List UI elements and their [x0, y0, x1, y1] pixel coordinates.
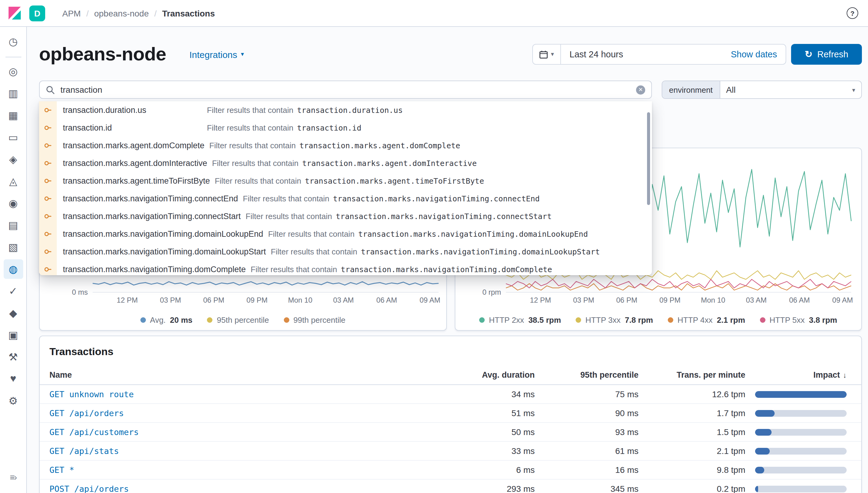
transaction-link[interactable]: GET /api/orders: [49, 408, 124, 418]
legend-item[interactable]: HTTP 5xx3.8 rpm: [760, 316, 837, 325]
x-axis-tick-label: 09 AM: [420, 296, 440, 304]
column-header-avg-duration[interactable]: Avg. duration: [448, 365, 539, 385]
sidebar-item-dev-tools[interactable]: ⚒: [3, 347, 23, 367]
discover-icon: ◎: [8, 65, 18, 78]
suggestion-field-code: transaction.marks.navigationTiming.domCo…: [341, 265, 552, 274]
suggestion-item[interactable]: transaction.duration.usFilter results th…: [39, 101, 652, 119]
sidebar-divider: [5, 57, 21, 57]
legend-value: 20 ms: [170, 316, 193, 325]
breadcrumb-item[interactable]: APM: [62, 8, 81, 18]
column-header-95th-percentile[interactable]: 95th percentile: [539, 365, 643, 385]
transaction-link[interactable]: POST /api/orders: [49, 484, 129, 493]
legend-value: 38.5 rpm: [528, 316, 561, 325]
metrics-icon: ▤: [8, 219, 18, 232]
p95-cell: 345 ms: [539, 479, 643, 493]
legend-value: 2.1 rpm: [717, 316, 745, 325]
sidebar-item-management[interactable]: ⚙: [3, 391, 23, 411]
sidebar-item-logs[interactable]: ▧: [3, 237, 23, 257]
column-header-impact[interactable]: Impact↓: [750, 365, 861, 385]
field-icon: [39, 137, 57, 154]
search-icon: [46, 85, 55, 94]
refresh-label: Refresh: [817, 49, 848, 59]
suggestions-list: transaction.duration.usFilter results th…: [39, 101, 652, 275]
suggestion-item[interactable]: transaction.marks.agent.timeToFirstByteF…: [39, 172, 652, 190]
x-axis-tick-label: 03 PM: [160, 296, 181, 304]
space-avatar[interactable]: D: [29, 5, 45, 21]
legend-item[interactable]: Avg.20 ms: [140, 316, 192, 325]
suggestion-item[interactable]: transaction.marks.navigationTiming.domCo…: [39, 260, 652, 275]
sidebar-item-discover[interactable]: ◎: [3, 62, 23, 81]
legend-item[interactable]: HTTP 2xx38.5 rpm: [479, 316, 561, 325]
help-icon[interactable]: ?: [847, 7, 858, 19]
collapse-nav-button[interactable]: ≡›: [3, 467, 23, 487]
sidebar-nav: ◷◎▥▦▭◈◬◉▤▧◍✓◆▣⚒♥⚙≡›: [0, 27, 27, 493]
transaction-link[interactable]: GET unknown route: [49, 389, 134, 399]
time-range-label[interactable]: Last 24 hours: [561, 49, 632, 59]
p95-cell: 75 ms: [539, 385, 643, 404]
refresh-button[interactable]: ↻ Refresh: [791, 44, 862, 65]
sidebar-item-dashboard[interactable]: ▦: [3, 106, 23, 125]
sidebar-item-canvas[interactable]: ▭: [3, 128, 23, 147]
chevron-down-icon: ▾: [852, 86, 861, 93]
sidebar-item-security[interactable]: ◆: [3, 303, 23, 323]
sidebar-item-visualize[interactable]: ▥: [3, 84, 23, 103]
legend-item[interactable]: HTTP 4xx2.1 rpm: [668, 316, 745, 325]
legend-item[interactable]: 95th percentile: [207, 316, 269, 325]
legend-item[interactable]: HTTP 3xx7.8 rpm: [576, 316, 653, 325]
x-axis-tick-label: 03 PM: [573, 296, 594, 304]
transaction-link[interactable]: GET /api/customers: [49, 427, 139, 437]
x-axis-tick-label: 12 PM: [530, 296, 551, 304]
calendar-dropdown-button[interactable]: ▾: [533, 45, 561, 64]
impact-cell: [750, 404, 861, 423]
x-axis-tick-label: 09 AM: [832, 296, 853, 304]
sidebar-item-stack-monitoring[interactable]: ♥: [3, 369, 23, 389]
transactions-panel: Transactions NameAvg. duration95th perce…: [39, 336, 862, 493]
suggestion-item[interactable]: transaction.idFilter results that contai…: [39, 119, 652, 137]
sidebar-item-recently-viewed[interactable]: ◷: [3, 32, 23, 51]
suggestion-item[interactable]: transaction.marks.navigationTiming.conne…: [39, 208, 652, 225]
sidebar-item-maps[interactable]: ◈: [3, 149, 23, 169]
breadcrumb: APM/opbeans-node/Transactions: [62, 8, 215, 18]
clear-search-icon[interactable]: ✕: [636, 85, 645, 94]
transaction-link[interactable]: GET /api/stats: [49, 446, 119, 456]
sidebar-item-machine-learning[interactable]: ◬: [3, 171, 23, 191]
date-controls: ▾ Last 24 hours Show dates ↻ Refresh: [532, 44, 862, 65]
suggestion-item[interactable]: transaction.marks.navigationTiming.conne…: [39, 190, 652, 208]
dashboard-icon: ▦: [8, 109, 18, 122]
legend-item[interactable]: 99th percentile: [283, 316, 345, 325]
impact-bar-track: [755, 410, 847, 416]
field-icon: [39, 260, 57, 275]
sidebar-item-apm[interactable]: ◍: [3, 259, 23, 279]
popover-scrollbar[interactable]: [647, 112, 650, 205]
column-header-name[interactable]: Name: [40, 365, 448, 385]
x-axis-tick-label: 09 PM: [659, 296, 680, 304]
breadcrumb-item[interactable]: opbeans-node: [94, 8, 149, 18]
sidebar-item-uptime[interactable]: ✓: [3, 281, 23, 301]
transaction-name-cell: GET /api/stats: [40, 442, 448, 460]
suggestion-item[interactable]: transaction.marks.agent.domCompleteFilte…: [39, 137, 652, 154]
search-input[interactable]: [60, 85, 636, 94]
sidebar-item-graph[interactable]: ◉: [3, 193, 23, 213]
integrations-dropdown[interactable]: Integrations ▾: [190, 49, 244, 60]
suggestion-item[interactable]: transaction.marks.agent.domInteractiveFi…: [39, 154, 652, 172]
sidebar-item-fleet[interactable]: ▣: [3, 325, 23, 345]
environment-filter-label: environment: [662, 81, 720, 98]
kibana-logo-icon: [7, 5, 23, 21]
suggestion-item[interactable]: transaction.marks.navigationTiming.domai…: [39, 225, 652, 243]
avg-duration-cell: 34 ms: [448, 385, 539, 404]
breadcrumb-item: Transactions: [162, 8, 215, 18]
suggestion-item[interactable]: transaction.marks.navigationTiming.domai…: [39, 243, 652, 260]
chevron-down-icon: ▾: [241, 51, 244, 57]
impact-bar-track: [755, 391, 847, 398]
x-axis-tick-label: 12 PM: [117, 296, 137, 304]
avg-duration-cell: 50 ms: [448, 423, 539, 442]
column-header-trans-per-minute[interactable]: Trans. per minute: [643, 365, 750, 385]
transaction-link[interactable]: GET *: [49, 465, 74, 475]
show-dates-button[interactable]: Show dates: [731, 49, 786, 59]
latency-legend: Avg.20 ms95th percentile99th percentile: [40, 316, 446, 325]
environment-filter[interactable]: environment All ▾: [662, 81, 862, 99]
sidebar-item-metrics[interactable]: ▤: [3, 215, 23, 235]
suggestion-field-name: transaction.marks.navigationTiming.conne…: [63, 212, 241, 221]
legend-color-dot: [140, 317, 146, 323]
kibana-logo[interactable]: [0, 5, 29, 21]
